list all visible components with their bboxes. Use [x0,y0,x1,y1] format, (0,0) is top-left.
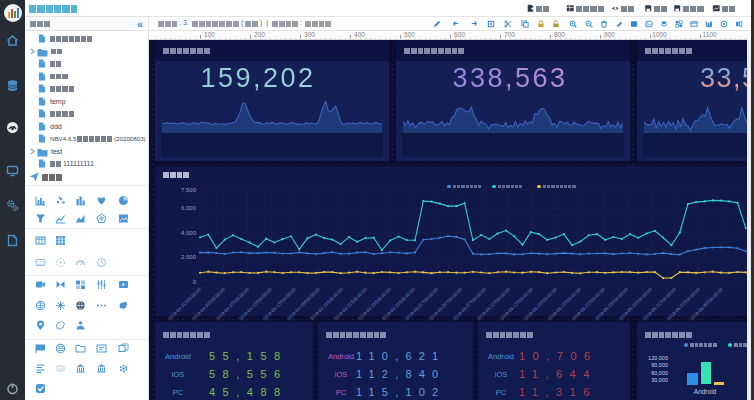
svg-text:ab: ab [59,367,63,371]
svg-text:123: 123 [36,259,45,265]
